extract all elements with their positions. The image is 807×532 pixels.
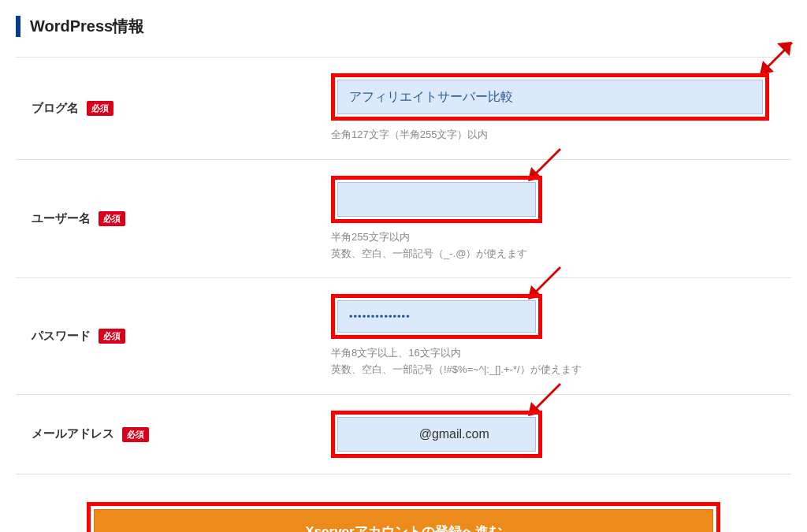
- highlight-box: [331, 176, 542, 223]
- hint-blog-name: 全角127文字（半角255文字）以内: [331, 127, 775, 143]
- input-cell-email: [331, 394, 791, 474]
- highlight-box: [331, 294, 542, 339]
- required-badge: 必須: [87, 101, 113, 116]
- row-password: パスワード 必須 半角8文字以上、16文字以内 英数、空白、一部記号（!#$%=…: [16, 278, 791, 395]
- label-cell-blog-name: ブログ名 必須: [16, 58, 331, 160]
- section-title: WordPress情報: [16, 16, 791, 37]
- user-name-input[interactable]: [337, 182, 536, 217]
- label-password: パスワード: [32, 329, 91, 342]
- highlight-box: Xserverアカウントの登録へ進む: [87, 502, 720, 532]
- row-email: メールアドレス 必須: [16, 394, 791, 474]
- highlight-box: [331, 73, 769, 121]
- password-input[interactable]: [337, 300, 536, 333]
- highlight-box: [331, 411, 542, 458]
- hint-user-name: 半角255文字以内 英数、空白、一部記号（_-.@）が使えます: [331, 229, 775, 262]
- hint-password: 半角8文字以上、16文字以内 英数、空白、一部記号（!#$%=~^|:_[].+…: [331, 345, 775, 378]
- required-badge: 必須: [122, 427, 149, 442]
- label-blog-name: ブログ名: [32, 101, 79, 114]
- submit-button[interactable]: Xserverアカウントの登録へ進む: [94, 509, 713, 532]
- label-user-name: ユーザー名: [32, 211, 91, 225]
- svg-marker-1: [761, 59, 787, 73]
- label-cell-password: パスワード 必須: [16, 278, 331, 395]
- blog-name-input[interactable]: [337, 80, 763, 114]
- label-cell-user-name: ユーザー名 必須: [16, 159, 331, 278]
- required-badge: 必須: [99, 211, 125, 226]
- wordpress-info-form: ブログ名 必須 全角127文字（半角255文字）以内 ユーザー名 必須 半角25…: [16, 57, 791, 474]
- label-email: メールアドレス: [32, 426, 114, 440]
- row-user-name: ユーザー名 必須 半角255文字以内 英数、空白、一部記号（_-.@）が使えます: [16, 159, 791, 278]
- required-badge: 必須: [99, 329, 125, 344]
- email-input[interactable]: [337, 417, 536, 452]
- input-cell-password: 半角8文字以上、16文字以内 英数、空白、一部記号（!#$%=~^|:_[].+…: [331, 278, 791, 395]
- row-blog-name: ブログ名 必須 全角127文字（半角255文字）以内: [16, 58, 791, 160]
- label-cell-email: メールアドレス 必須: [16, 394, 331, 474]
- input-cell-user-name: 半角255文字以内 英数、空白、一部記号（_-.@）が使えます: [331, 159, 791, 278]
- input-cell-blog-name: 全角127文字（半角255文字）以内: [331, 58, 791, 160]
- submit-area: Xserverアカウントの登録へ進む: [16, 502, 791, 532]
- svg-marker-0: [760, 42, 791, 73]
